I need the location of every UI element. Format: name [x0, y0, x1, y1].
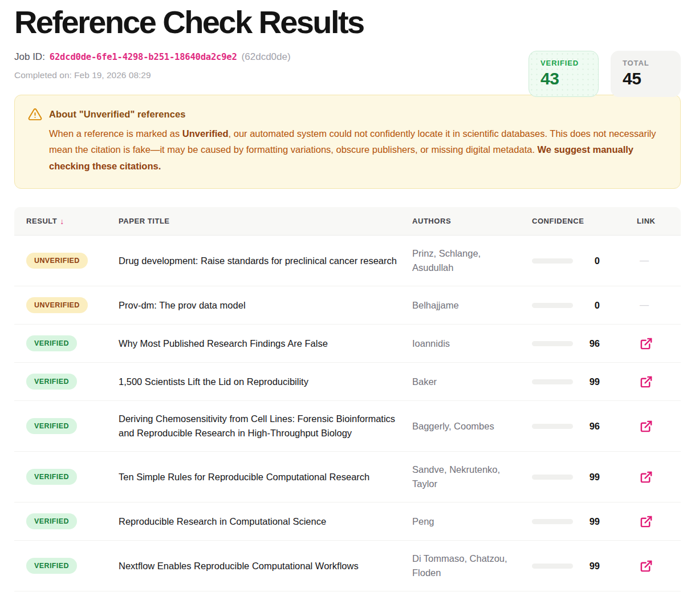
status-badge: VERIFIED	[26, 335, 77, 351]
total-stat-value: 45	[623, 69, 669, 88]
confidence-track	[532, 341, 573, 346]
confidence-cell: 0	[532, 300, 637, 311]
confidence-track	[532, 424, 573, 429]
column-header-authors: AUTHORS	[412, 217, 532, 225]
result-cell: VERIFIED	[26, 374, 119, 390]
authors: Baker	[412, 375, 532, 389]
link-cell	[637, 337, 669, 350]
table-row: VERIFIED Why Most Published Research Fin…	[14, 325, 681, 363]
verified-stat-value: 43	[540, 69, 587, 88]
external-link-icon[interactable]	[640, 375, 653, 388]
table-body: UNVERIFIED Drug development: Raise stand…	[14, 236, 681, 591]
confidence-cell: 99	[532, 561, 637, 572]
confidence-value: 96	[582, 421, 600, 432]
result-cell: VERIFIED	[26, 513, 119, 529]
paper-title: Reproducible Research in Computational S…	[119, 514, 412, 529]
confidence-track	[532, 303, 573, 308]
status-badge: VERIFIED	[26, 469, 77, 485]
confidence-track	[532, 258, 573, 264]
external-link-icon[interactable]	[640, 515, 653, 528]
verified-stat-label: VERIFIED	[540, 59, 587, 67]
confidence-cell: 96	[532, 421, 637, 432]
status-badge: VERIFIED	[26, 558, 77, 574]
result-cell: VERIFIED	[26, 418, 119, 434]
result-cell: VERIFIED	[26, 335, 119, 351]
table-row: VERIFIED Ten Simple Rules for Reproducib…	[14, 452, 681, 502]
paper-title: Nextflow Enables Reproducible Computatio…	[119, 559, 412, 573]
link-cell	[637, 515, 669, 528]
table-row: VERIFIED Reproducible Research in Comput…	[14, 502, 681, 541]
total-stat-label: TOTAL	[623, 59, 669, 67]
result-cell: UNVERIFIED	[26, 253, 119, 269]
page-title: Reference Check Results	[14, 3, 681, 41]
no-link-dash: —	[640, 300, 648, 310]
table-header-row: RESULT ↓ PAPER TITLE AUTHORS CONFIDENCE …	[14, 207, 681, 236]
confidence-cell: 0	[532, 256, 637, 266]
authors: Peng	[412, 514, 532, 529]
paper-title: Drug development: Raise standards for pr…	[119, 254, 412, 268]
status-badge: UNVERIFIED	[26, 253, 88, 269]
confidence-value: 0	[582, 300, 600, 311]
result-cell: VERIFIED	[26, 558, 119, 574]
notice-title: About "Unverified" references	[49, 109, 186, 120]
confidence-value: 99	[582, 561, 600, 572]
confidence-cell: 96	[532, 338, 637, 349]
link-cell	[637, 420, 669, 433]
external-link-icon[interactable]	[640, 471, 653, 484]
warning-triangle-icon	[28, 107, 42, 121]
confidence-track	[532, 519, 573, 524]
paper-title: Deriving Chemosensitivity from Cell Line…	[119, 412, 412, 440]
paper-title: 1,500 Scientists Lift the Lid on Reprodu…	[119, 375, 412, 389]
authors: Sandve, Nekrutenko, Taylor	[412, 463, 532, 491]
paper-title: Ten Simple Rules for Reproducible Comput…	[119, 470, 412, 484]
confidence-value: 96	[582, 338, 600, 349]
paper-title: Why Most Published Research Findings Are…	[119, 337, 412, 351]
column-header-confidence: CONFIDENCE	[532, 217, 637, 225]
confidence-cell: 99	[532, 516, 637, 527]
stat-cards: VERIFIED 43 TOTAL 45	[529, 51, 681, 97]
column-header-paper-title: PAPER TITLE	[119, 217, 412, 225]
reference-check-page: Reference Check Results Job ID: 62dcd0de…	[0, 3, 695, 591]
confidence-track	[532, 475, 573, 480]
confidence-track	[532, 379, 573, 384]
unverified-notice-banner: About "Unverified" references When a ref…	[14, 95, 681, 189]
confidence-cell: 99	[532, 472, 637, 483]
column-header-result[interactable]: RESULT ↓	[26, 217, 119, 226]
confidence-cell: 99	[532, 376, 637, 387]
status-badge: UNVERIFIED	[26, 297, 88, 313]
external-link-icon[interactable]	[640, 560, 653, 573]
notice-header: About "Unverified" references	[28, 107, 663, 121]
link-cell	[637, 471, 669, 484]
confidence-value: 99	[582, 376, 600, 387]
table-row: VERIFIED Deriving Chemosensitivity from …	[14, 401, 681, 452]
result-cell: UNVERIFIED	[26, 297, 119, 313]
authors: Belhajjame	[412, 298, 532, 313]
notice-body: When a reference is marked as Unverified…	[49, 125, 663, 175]
status-badge: VERIFIED	[26, 513, 77, 529]
link-cell: —	[637, 256, 669, 266]
column-header-link: LINK	[637, 217, 669, 225]
confidence-value: 99	[582, 516, 600, 527]
result-cell: VERIFIED	[26, 469, 119, 485]
paper-title: Prov-dm: The prov data model	[119, 298, 412, 313]
status-badge: VERIFIED	[26, 374, 77, 390]
results-table: RESULT ↓ PAPER TITLE AUTHORS CONFIDENCE …	[14, 207, 681, 591]
external-link-icon[interactable]	[640, 420, 653, 433]
confidence-value: 0	[582, 256, 600, 266]
authors: Baggerly, Coombes	[412, 419, 532, 433]
job-id-label: Job ID:	[14, 51, 45, 63]
status-badge: VERIFIED	[26, 418, 77, 434]
external-link-icon[interactable]	[640, 337, 653, 350]
link-cell	[637, 375, 669, 388]
job-id-value: 62dcd0de-6fe1-4298-b251-18640da2c9e2	[50, 52, 237, 62]
table-row: VERIFIED 1,500 Scientists Lift the Lid o…	[14, 363, 681, 401]
no-link-dash: —	[640, 256, 648, 266]
table-row: UNVERIFIED Drug development: Raise stand…	[14, 236, 681, 286]
confidence-value: 99	[582, 472, 600, 483]
job-id-short: (62dcd0de)	[242, 51, 291, 63]
verified-stat-card: VERIFIED 43	[529, 51, 599, 97]
authors: Di Tommaso, Chatzou, Floden	[412, 552, 532, 580]
table-row: VERIFIED Nextflow Enables Reproducible C…	[14, 541, 681, 591]
total-stat-card: TOTAL 45	[611, 51, 681, 97]
link-cell: —	[637, 300, 669, 310]
